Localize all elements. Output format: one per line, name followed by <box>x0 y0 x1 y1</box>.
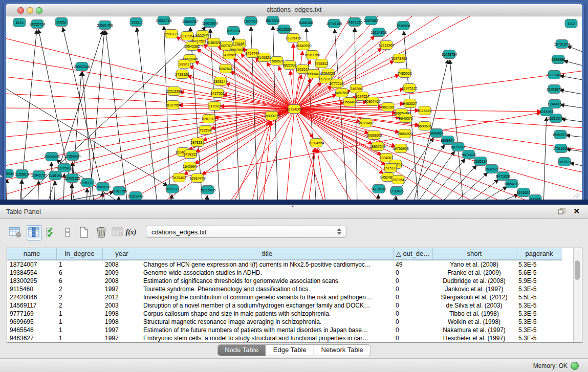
graph-node[interactable]: 8813054 <box>266 16 279 25</box>
tab-edge-table[interactable]: Edge Table <box>266 345 314 356</box>
graph-node[interactable]: 746266 <box>350 84 362 93</box>
splitter-grip-icon[interactable]: ▴ <box>292 204 294 208</box>
graph-node[interactable]: 9857771 <box>165 185 179 193</box>
graph-node[interactable]: 17359924 <box>64 152 80 161</box>
scrollbar-thumb[interactable] <box>575 260 580 280</box>
graph-node[interactable]: 10655287 <box>182 17 198 26</box>
graph-node[interactable]: 2935114 <box>474 157 488 166</box>
graph-node[interactable]: 29053346 <box>74 62 90 71</box>
graph-node[interactable]: 7632621 <box>485 165 498 173</box>
graph-node[interactable]: 8466160 <box>299 18 313 27</box>
table-row[interactable]: 911546021997Tourette syndrome. Phenomeno… <box>7 285 562 293</box>
graph-node[interactable]: 2687682 <box>364 16 378 25</box>
graph-node[interactable]: 1588520 <box>270 57 284 65</box>
graph-node[interactable]: 12905135 <box>64 174 80 183</box>
graph-node[interactable]: 15692971 <box>552 130 568 139</box>
graph-node[interactable]: 19218596 <box>276 25 292 34</box>
graph-node[interactable]: 7857224 <box>226 27 240 35</box>
graph-node[interactable]: 16961758 <box>304 51 320 59</box>
graph-node[interactable]: 20052 <box>55 18 68 27</box>
tab-network-table[interactable]: Network Table <box>314 345 371 356</box>
table-settings-icon[interactable] <box>8 225 23 239</box>
function-builder-icon[interactable]: f(x) <box>124 225 138 239</box>
graph-node[interactable]: 14671355 <box>346 18 362 27</box>
graph-node[interactable]: 12213967 <box>378 41 394 50</box>
graph-node[interactable]: 3475685 <box>222 51 236 59</box>
table-scrollbar[interactable] <box>573 248 581 342</box>
float-window-icon[interactable] <box>558 208 565 215</box>
tab-node-table[interactable]: Node Table <box>217 345 266 356</box>
column-visibility-icon[interactable] <box>27 225 42 240</box>
graph-node[interactable]: 9498222 <box>183 150 197 159</box>
graph-node[interactable]: 16914479 <box>189 174 205 183</box>
graph-node[interactable]: 9329986 <box>551 55 565 64</box>
graph-node[interactable]: 15720407 <box>358 119 374 127</box>
graph-node[interactable]: 20206556 <box>43 152 59 161</box>
graph-node[interactable]: 1527602 <box>244 17 257 26</box>
graph-node[interactable]: 1640994 <box>183 162 197 171</box>
table-row[interactable]: 946554611997Estimation of the future num… <box>7 326 562 334</box>
graph-node[interactable]: 1167531 <box>558 158 572 166</box>
graph-node[interactable]: 1112 <box>565 19 577 28</box>
graph-node[interactable]: 962160 <box>382 103 394 112</box>
graph-node[interactable]: 11923448 <box>128 192 144 200</box>
graph-node[interactable]: 7485063 <box>398 69 411 78</box>
graph-node[interactable]: 9463627 <box>403 99 417 108</box>
column-header-name[interactable]: name <box>7 248 56 259</box>
column-header-out_de[interactable]: △ out_de… <box>393 248 432 259</box>
graph-node[interactable]: 12975115 <box>402 84 418 93</box>
column-header-short[interactable]: short <box>432 248 516 259</box>
graph-node[interactable]: 12093872 <box>546 85 562 94</box>
graph-node[interactable]: 19331 <box>130 18 142 27</box>
table-row[interactable]: 946362711997Embryonic stem cells: a mode… <box>7 334 562 342</box>
graph-node[interactable]: 10973493 <box>391 54 407 63</box>
import-table-icon[interactable] <box>111 225 125 239</box>
graph-node[interactable]: 9242848 <box>219 64 232 73</box>
graph-node[interactable]: 8186328 <box>207 38 221 47</box>
graph-node[interactable]: 9474444 <box>462 150 475 159</box>
graph-node[interactable]: 16782759 <box>111 187 127 195</box>
graph-node[interactable]: 1733426 <box>389 187 403 195</box>
graph-node[interactable]: 9649576 <box>399 114 412 123</box>
graph-node[interactable]: 9227343 <box>547 71 561 79</box>
graph-node[interactable]: 1624 <box>13 18 26 27</box>
graph-node[interactable]: 1615112 <box>384 164 398 172</box>
table-row[interactable]: 1938455462009Genome-wide association stu… <box>7 269 562 277</box>
graph-node[interactable]: 15751074 <box>554 40 570 49</box>
graph-node[interactable]: 6879197 <box>451 143 465 151</box>
graph-node[interactable]: 2803144 <box>213 77 227 86</box>
graph-node[interactable]: 917003 <box>208 102 221 111</box>
graph-node[interactable]: 20564486 <box>341 98 357 106</box>
graph-node[interactable]: 18107554 <box>165 101 181 110</box>
graph-node[interactable]: 8471626 <box>496 172 510 181</box>
graph-node[interactable]: 753594 <box>199 126 211 135</box>
graph-node[interactable]: 19381716 <box>156 16 171 25</box>
graph-node[interactable]: 97103 <box>529 195 541 200</box>
graph-node[interactable]: 10688609 <box>366 131 382 140</box>
column-header-year[interactable]: year <box>102 248 141 259</box>
graph-node[interactable]: 14136141 <box>371 185 386 193</box>
graph-node[interactable]: 16210643 <box>548 114 563 123</box>
table-row[interactable]: 2242004622012Investigating the contribut… <box>7 293 562 301</box>
graph-node[interactable]: 8267110 <box>202 115 216 123</box>
graph-node[interactable]: 9777169 <box>330 79 343 88</box>
desktop-collapse-arrow-icon[interactable]: ▸ <box>0 173 3 179</box>
graph-node[interactable]: 19654923 <box>397 129 412 138</box>
new-document-icon[interactable] <box>77 225 91 239</box>
table-panel-titlebar[interactable]: ▴ Table Panel ✕ <box>0 205 588 219</box>
graph-node[interactable]: 5878334 <box>190 138 204 147</box>
graph-node[interactable]: 19756928 <box>393 144 408 153</box>
graph-node[interactable]: 15716485 <box>200 186 215 194</box>
table-selector-dropdown[interactable]: citations_edges.txt <box>146 226 346 238</box>
graph-node[interactable]: 1244415 <box>548 100 561 108</box>
graph-node[interactable]: 1156819 <box>15 170 29 179</box>
graph-node[interactable]: 252254 <box>392 176 404 184</box>
graph-node[interactable]: 18300295 <box>264 112 279 120</box>
graph-node[interactable]: 10654112 <box>504 180 520 188</box>
graph-node[interactable]: 1145194 <box>49 171 62 180</box>
graph-node[interactable]: 7625402 <box>172 173 186 182</box>
graph-node[interactable]: 18807249 <box>369 142 385 151</box>
graph-node[interactable]: 9245652 <box>516 188 530 197</box>
graph-node[interactable]: 10975887 <box>56 164 72 172</box>
graph-node[interactable]: 2718126 <box>175 70 189 79</box>
